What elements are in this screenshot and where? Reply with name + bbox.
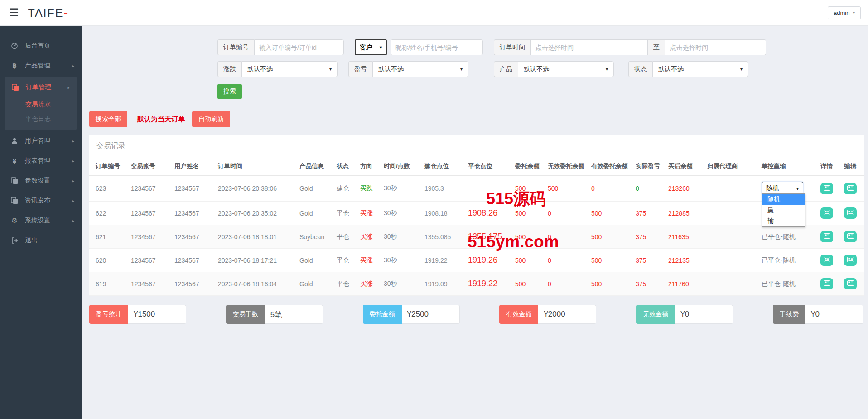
cell-order-time: 2023-07-06 20:38:06	[215, 176, 297, 202]
column-header: 编辑	[841, 157, 864, 176]
column-header: 状态	[334, 157, 357, 176]
sidebar-item-dashboard[interactable]: 后台首页	[0, 36, 82, 56]
column-header: 交易账号	[128, 157, 172, 176]
cell-direction: 买涨	[357, 249, 381, 272]
edit-button[interactable]	[844, 231, 857, 242]
cell-agent	[704, 272, 759, 296]
status-select[interactable]: 默认不选▾	[652, 61, 748, 77]
summary-label: 委托金额	[363, 305, 402, 324]
summary-label: 盈亏统计	[89, 305, 128, 324]
edit-button[interactable]	[844, 278, 857, 289]
profit-select[interactable]: 默认不选▾	[372, 61, 468, 77]
order-no-filter-group: 订单编号	[217, 39, 344, 55]
sidebar-item-label: 用户管理	[25, 137, 50, 145]
sidebar-item-params[interactable]: 参数设置▸	[0, 171, 82, 191]
cell-valid-entrust: 500	[588, 249, 633, 272]
cell-edit	[841, 272, 864, 296]
cell-entrust-balance: 500	[512, 249, 545, 272]
search-button[interactable]: 搜索	[217, 84, 242, 99]
detail-card-icon	[847, 210, 854, 217]
summary-value: ¥1500	[128, 305, 186, 324]
dropdown-option[interactable]: 随机	[762, 194, 805, 205]
chevron-right-icon: ▸	[72, 218, 74, 224]
cell-order-no: 621	[89, 225, 128, 249]
column-header: 单控赢输	[759, 157, 818, 176]
chevron-right-icon: ▸	[72, 63, 74, 69]
customer-filter-group: 客户 ▾	[355, 39, 483, 55]
yen-icon: ¥	[10, 157, 19, 165]
cell-win-control: 随机▾随机赢输	[759, 176, 818, 202]
sidebar-item-news[interactable]: 资讯发布▸	[0, 191, 82, 211]
summary-value: ¥2000	[538, 305, 596, 324]
sidebar-item-gears[interactable]: ⚙系统设置▸	[0, 211, 82, 231]
dropdown-option[interactable]: 输	[762, 216, 805, 226]
cell-duration: 30秒	[381, 272, 422, 296]
chevron-down-icon: ▾	[460, 67, 463, 72]
column-header: 无效委托余额	[545, 157, 588, 176]
params-icon	[10, 177, 19, 184]
cell-details	[818, 202, 841, 225]
chevron-down-icon: ▾	[796, 186, 799, 191]
sidebar-item-orders[interactable]: 订单管理▸	[5, 77, 77, 97]
summary-group: 盈亏统计¥1500	[89, 305, 186, 324]
news-icon	[10, 197, 19, 204]
sidebar-item-yen[interactable]: ¥报表管理▸	[0, 151, 82, 171]
cell-profit: 0	[633, 176, 665, 202]
auto-refresh-button[interactable]: 自动刷新	[192, 111, 230, 127]
column-header: 订单编号	[89, 157, 128, 176]
table-row: 621123456712345672023-07-06 18:18:01Soyb…	[89, 225, 864, 249]
details-button[interactable]	[820, 231, 833, 242]
sidebar-item-label: 报表管理	[25, 157, 50, 165]
details-button[interactable]	[820, 207, 833, 219]
sidebar-item-bitcoin[interactable]: ฿产品管理▸	[0, 56, 82, 76]
profit-filter-group: 盈亏 默认不选▾	[348, 61, 468, 77]
dashboard-icon	[10, 42, 19, 49]
edit-button[interactable]	[844, 183, 857, 194]
cell-close-point: 1355.175	[465, 225, 512, 249]
customer-search-input[interactable]	[391, 39, 483, 55]
summary-group: 无效金额¥0	[636, 305, 733, 324]
product-label: 产品	[494, 61, 518, 77]
product-value: 默认不选	[524, 65, 549, 73]
cell-status: 平仓	[334, 225, 357, 249]
cell-duration: 30秒	[381, 202, 422, 225]
sidebar-subitem[interactable]: 平仓日志	[5, 112, 77, 126]
sidebar-item-logout[interactable]: 退出	[0, 231, 82, 250]
rise-fall-select[interactable]: 默认不选▾	[241, 61, 338, 77]
column-header: 有效委托余额	[588, 157, 633, 176]
cell-agent	[704, 202, 759, 225]
edit-button[interactable]	[844, 207, 857, 219]
profit-label: 盈亏	[348, 61, 372, 77]
cell-close-point	[465, 176, 512, 202]
details-button[interactable]	[820, 278, 833, 289]
search-all-button[interactable]: 搜索全部	[89, 111, 127, 127]
admin-user-dropdown[interactable]: admin ▾	[828, 6, 861, 19]
details-button[interactable]	[820, 183, 833, 194]
product-select[interactable]: 默认不选▾	[518, 61, 614, 77]
time-to-input[interactable]	[665, 39, 766, 55]
sidebar-item-user[interactable]: 用户管理▸	[0, 131, 82, 151]
cell-valid-entrust: 500	[588, 272, 633, 296]
dropdown-option[interactable]: 赢	[762, 205, 805, 216]
edit-button[interactable]	[844, 255, 857, 266]
cell-direction: 买涨	[357, 272, 381, 296]
detail-card-icon	[847, 233, 854, 240]
cell-edit	[841, 249, 864, 272]
cell-open-point: 1355.085	[422, 225, 465, 249]
cell-edit	[841, 176, 864, 202]
logout-icon	[10, 237, 19, 244]
top-header: ☰ TAIFE- admin ▾	[0, 0, 868, 26]
sidebar-item-label: 退出	[25, 236, 38, 245]
sidebar-subitem[interactable]: 交易流水	[5, 97, 77, 112]
hamburger-menu-icon[interactable]: ☰	[9, 7, 19, 18]
time-from-input[interactable]	[530, 39, 647, 55]
cell-valid-entrust: 500	[588, 225, 633, 249]
cell-entrust-balance: 500	[512, 272, 545, 296]
sidebar: 后台首页฿产品管理▸订单管理▸交易流水平仓日志用户管理▸¥报表管理▸参数设置▸资…	[0, 26, 82, 419]
details-button[interactable]	[820, 255, 833, 266]
cell-balance-after: 211760	[665, 272, 704, 296]
column-header: 建仓点位	[422, 157, 465, 176]
order-no-input[interactable]	[254, 39, 344, 55]
customer-type-select[interactable]: 客户 ▾	[355, 39, 387, 55]
sidebar-item-label: 订单管理	[26, 83, 51, 92]
